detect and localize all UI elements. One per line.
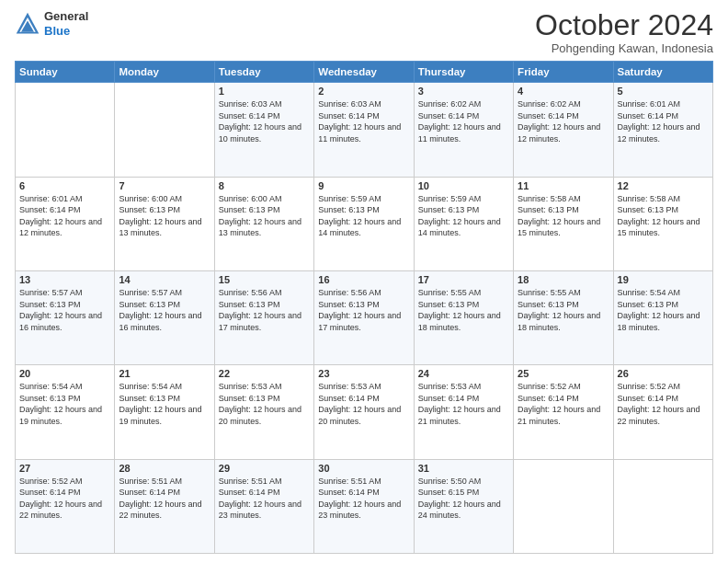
calendar-cell: 15Sunrise: 5:56 AMSunset: 6:13 PMDayligh…: [214, 270, 313, 364]
calendar-cell: 20Sunrise: 5:54 AMSunset: 6:13 PMDayligh…: [16, 365, 115, 459]
day-number: 2: [318, 86, 409, 97]
day-info: Sunrise: 5:59 AMSunset: 6:13 PMDaylight:…: [318, 193, 409, 239]
day-number: 8: [219, 180, 310, 191]
day-info: Sunrise: 5:56 AMSunset: 6:13 PMDaylight:…: [318, 287, 409, 333]
day-number: 23: [318, 368, 409, 379]
weekday-header-friday: Friday: [514, 62, 613, 83]
weekday-header-tuesday: Tuesday: [214, 62, 313, 83]
calendar-cell: 11Sunrise: 5:58 AMSunset: 6:13 PMDayligh…: [514, 177, 613, 270]
calendar-cell: 9Sunrise: 5:59 AMSunset: 6:13 PMDaylight…: [314, 177, 414, 270]
day-info: Sunrise: 5:52 AMSunset: 6:14 PMDaylight:…: [518, 381, 609, 427]
calendar-cell: [514, 459, 613, 553]
day-info: Sunrise: 5:51 AMSunset: 6:14 PMDaylight:…: [119, 476, 210, 522]
calendar-cell: 8Sunrise: 6:00 AMSunset: 6:13 PMDaylight…: [214, 177, 313, 270]
calendar-page: General Blue October 2024 Pohgending Kaw…: [0, 0, 728, 563]
day-number: 1: [219, 86, 310, 97]
day-info: Sunrise: 5:55 AMSunset: 6:13 PMDaylight:…: [518, 287, 609, 333]
calendar-cell: 19Sunrise: 5:54 AMSunset: 6:13 PMDayligh…: [613, 270, 712, 364]
calendar-cell: 7Sunrise: 6:00 AMSunset: 6:13 PMDaylight…: [115, 177, 214, 270]
day-number: 22: [219, 368, 310, 379]
weekday-header-thursday: Thursday: [414, 62, 513, 83]
day-number: 18: [518, 274, 609, 285]
day-number: 5: [618, 86, 709, 97]
calendar-table: SundayMondayTuesdayWednesdayThursdayFrid…: [15, 61, 713, 554]
day-number: 24: [418, 368, 509, 379]
day-info: Sunrise: 6:02 AMSunset: 6:14 PMDaylight:…: [418, 98, 509, 144]
day-number: 27: [19, 463, 110, 474]
day-info: Sunrise: 5:51 AMSunset: 6:14 PMDaylight:…: [318, 476, 409, 522]
day-info: Sunrise: 5:53 AMSunset: 6:14 PMDaylight:…: [318, 381, 409, 427]
day-number: 28: [119, 463, 210, 474]
day-number: 30: [318, 463, 409, 474]
day-number: 6: [19, 180, 110, 191]
calendar-cell: 6Sunrise: 6:01 AMSunset: 6:14 PMDaylight…: [16, 177, 115, 270]
calendar-week-3: 13Sunrise: 5:57 AMSunset: 6:13 PMDayligh…: [16, 270, 713, 364]
day-info: Sunrise: 5:51 AMSunset: 6:14 PMDaylight:…: [219, 476, 310, 522]
day-info: Sunrise: 5:53 AMSunset: 6:13 PMDaylight:…: [219, 381, 310, 427]
day-info: Sunrise: 5:58 AMSunset: 6:13 PMDaylight:…: [518, 193, 609, 239]
calendar-cell: 27Sunrise: 5:52 AMSunset: 6:14 PMDayligh…: [16, 459, 115, 553]
day-number: 13: [19, 274, 110, 285]
calendar-cell: 10Sunrise: 5:59 AMSunset: 6:13 PMDayligh…: [414, 177, 513, 270]
day-number: 10: [418, 180, 509, 191]
month-title: October 2024: [535, 9, 713, 41]
day-info: Sunrise: 5:55 AMSunset: 6:13 PMDaylight:…: [418, 287, 509, 333]
day-number: 20: [19, 368, 110, 379]
day-number: 3: [418, 86, 509, 97]
calendar-cell: [115, 83, 214, 177]
logo-text: General Blue: [44, 9, 88, 38]
calendar-cell: 21Sunrise: 5:54 AMSunset: 6:13 PMDayligh…: [115, 365, 214, 459]
day-number: 9: [318, 180, 409, 191]
calendar-cell: 5Sunrise: 6:01 AMSunset: 6:14 PMDaylight…: [613, 83, 712, 177]
weekday-header-monday: Monday: [115, 62, 214, 83]
day-info: Sunrise: 5:57 AMSunset: 6:13 PMDaylight:…: [19, 287, 110, 333]
day-info: Sunrise: 6:01 AMSunset: 6:14 PMDaylight:…: [19, 193, 110, 239]
day-info: Sunrise: 6:03 AMSunset: 6:14 PMDaylight:…: [318, 98, 409, 144]
page-header: General Blue October 2024 Pohgending Kaw…: [15, 9, 713, 55]
day-info: Sunrise: 5:58 AMSunset: 6:13 PMDaylight:…: [618, 193, 709, 239]
day-info: Sunrise: 6:01 AMSunset: 6:14 PMDaylight:…: [618, 98, 709, 144]
calendar-cell: 4Sunrise: 6:02 AMSunset: 6:14 PMDaylight…: [514, 83, 613, 177]
calendar-cell: 23Sunrise: 5:53 AMSunset: 6:14 PMDayligh…: [314, 365, 414, 459]
day-number: 11: [518, 180, 609, 191]
calendar-cell: 25Sunrise: 5:52 AMSunset: 6:14 PMDayligh…: [514, 365, 613, 459]
calendar-week-1: 1Sunrise: 6:03 AMSunset: 6:14 PMDaylight…: [16, 83, 713, 177]
calendar-cell: 31Sunrise: 5:50 AMSunset: 6:15 PMDayligh…: [414, 459, 513, 553]
day-info: Sunrise: 5:50 AMSunset: 6:15 PMDaylight:…: [418, 476, 509, 522]
day-number: 15: [219, 274, 310, 285]
weekday-header-wednesday: Wednesday: [314, 62, 414, 83]
calendar-cell: 30Sunrise: 5:51 AMSunset: 6:14 PMDayligh…: [314, 459, 414, 553]
logo-icon: [15, 11, 40, 37]
calendar-cell: 29Sunrise: 5:51 AMSunset: 6:14 PMDayligh…: [214, 459, 313, 553]
day-info: Sunrise: 5:54 AMSunset: 6:13 PMDaylight:…: [618, 287, 709, 333]
calendar-cell: 14Sunrise: 5:57 AMSunset: 6:13 PMDayligh…: [115, 270, 214, 364]
calendar-cell: 26Sunrise: 5:52 AMSunset: 6:14 PMDayligh…: [613, 365, 712, 459]
calendar-cell: 17Sunrise: 5:55 AMSunset: 6:13 PMDayligh…: [414, 270, 513, 364]
day-info: Sunrise: 5:54 AMSunset: 6:13 PMDaylight:…: [19, 381, 110, 427]
day-number: 26: [618, 368, 709, 379]
calendar-week-2: 6Sunrise: 6:01 AMSunset: 6:14 PMDaylight…: [16, 177, 713, 270]
day-number: 25: [518, 368, 609, 379]
day-number: 16: [318, 274, 409, 285]
day-number: 14: [119, 274, 210, 285]
day-info: Sunrise: 6:00 AMSunset: 6:13 PMDaylight:…: [119, 193, 210, 239]
calendar-week-5: 27Sunrise: 5:52 AMSunset: 6:14 PMDayligh…: [16, 459, 713, 553]
day-info: Sunrise: 6:00 AMSunset: 6:13 PMDaylight:…: [219, 193, 310, 239]
day-number: 29: [219, 463, 310, 474]
calendar-cell: 16Sunrise: 5:56 AMSunset: 6:13 PMDayligh…: [314, 270, 414, 364]
calendar-cell: 3Sunrise: 6:02 AMSunset: 6:14 PMDaylight…: [414, 83, 513, 177]
day-number: 4: [518, 86, 609, 97]
day-info: Sunrise: 6:02 AMSunset: 6:14 PMDaylight:…: [518, 98, 609, 144]
calendar-cell: [16, 83, 115, 177]
calendar-cell: 12Sunrise: 5:58 AMSunset: 6:13 PMDayligh…: [613, 177, 712, 270]
location: Pohgending Kawan, Indonesia: [535, 41, 713, 55]
day-number: 31: [418, 463, 509, 474]
day-info: Sunrise: 5:56 AMSunset: 6:13 PMDaylight:…: [219, 287, 310, 333]
calendar-cell: 28Sunrise: 5:51 AMSunset: 6:14 PMDayligh…: [115, 459, 214, 553]
day-info: Sunrise: 5:57 AMSunset: 6:13 PMDaylight:…: [119, 287, 210, 333]
day-number: 17: [418, 274, 509, 285]
day-info: Sunrise: 5:52 AMSunset: 6:14 PMDaylight:…: [618, 381, 709, 427]
day-info: Sunrise: 5:59 AMSunset: 6:13 PMDaylight:…: [418, 193, 509, 239]
day-number: 19: [618, 274, 709, 285]
weekday-header-saturday: Saturday: [613, 62, 712, 83]
